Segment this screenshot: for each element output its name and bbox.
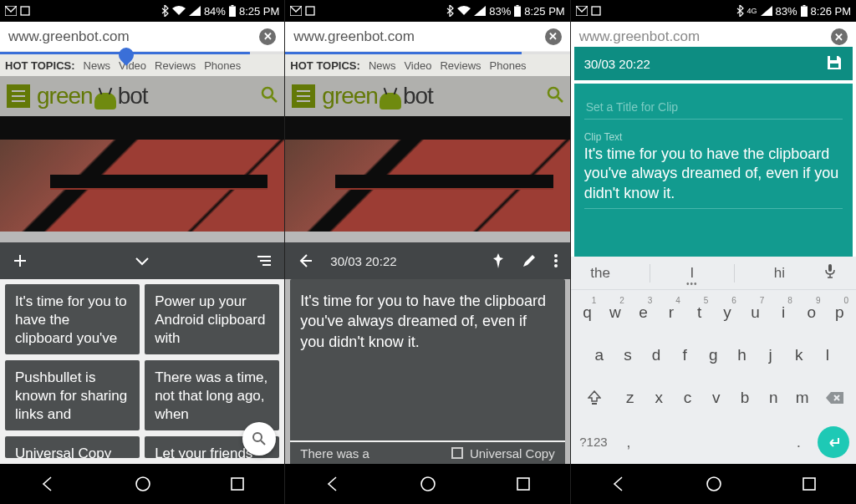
key-h[interactable]: h [728,337,755,374]
key-o[interactable]: o9 [798,294,825,331]
enter-key[interactable] [818,426,849,458]
clear-url-button[interactable]: ✕ [831,28,848,45]
clip-card[interactable]: There was a time, not that long ago, whe… [145,360,279,430]
svg-rect-30 [803,478,815,490]
bluetooth-icon [160,5,169,17]
clip-card[interactable]: Pushbullet is known for sharing links an… [5,360,140,430]
hot-topic[interactable]: Phones [204,59,241,72]
hot-topic[interactable]: News [369,59,396,72]
key-s[interactable]: s [614,337,641,374]
key-f[interactable]: f [671,337,698,374]
key-l[interactable]: l [814,337,841,374]
key-t[interactable]: t5 [686,294,713,331]
key-z[interactable]: z [616,379,645,416]
svg-line-15 [558,97,563,102]
site-header: green bot [0,76,284,116]
key-m[interactable]: m [788,379,817,416]
key-d[interactable]: d [643,337,670,374]
hot-topics-bar: HOT TOPICS: News Video Reviews Phones [0,54,284,76]
svg-rect-11 [306,7,314,15]
home-button[interactable] [419,475,437,493]
svg-rect-24 [802,5,805,7]
status-bar: 84% 8:25 PM [0,0,284,22]
key-p[interactable]: p0 [826,294,853,331]
clip-card[interactable]: Universal Copy [5,436,140,458]
edit-button[interactable] [522,253,537,268]
hot-topic[interactable]: News [84,59,111,72]
key-n[interactable]: n [759,379,787,416]
clear-url-button[interactable]: ✕ [545,28,562,45]
clip-title-input[interactable]: Set a Title for Clip [584,92,843,120]
list-menu-button[interactable] [256,255,273,267]
svg-rect-12 [514,7,521,18]
shift-key[interactable] [574,379,614,416]
key-w[interactable]: w2 [602,294,629,331]
mic-button[interactable] [824,263,836,283]
key-g[interactable]: g [700,337,726,374]
clip-card[interactable]: Power up your Android clipboard with [145,284,279,354]
battery-pct: 84% [204,5,226,18]
clip-text-input[interactable]: It's time for you to have the clipboard … [584,145,843,209]
recent-apps-button[interactable] [801,476,818,492]
recent-apps-button[interactable] [229,476,246,492]
hot-topic[interactable]: Reviews [155,59,196,72]
editor-body: Set a Title for Clip Clip Text It's time… [574,84,853,257]
wifi-icon [172,6,186,16]
checkbox[interactable] [451,447,463,459]
back-button[interactable] [38,475,57,493]
status-bar: 83% 8:25 PM [285,0,569,22]
key-x[interactable]: x [645,379,673,416]
clip-card[interactable]: It's time for you to have the clipboard … [5,284,140,354]
symbols-key[interactable]: ?123 [574,424,614,461]
key-y[interactable]: y6 [714,294,741,331]
key-c[interactable]: c [673,379,701,416]
back-button[interactable] [324,475,342,493]
key-k[interactable]: k [786,337,813,374]
article-image [285,140,569,232]
home-button[interactable] [134,475,152,493]
url-text: www.greenbot.com [8,28,259,45]
key-e[interactable]: e3 [630,294,657,331]
back-to-list-button[interactable] [297,252,313,269]
key-a[interactable]: a [586,337,613,374]
svg-point-14 [548,88,558,98]
suggestion[interactable]: the [590,265,610,282]
hot-topic[interactable]: Phones [490,59,527,72]
key-q[interactable]: q1 [574,294,601,331]
suggestion[interactable]: I••• [690,265,695,282]
clip-content[interactable]: It's time for you to have the clipboard … [290,279,564,454]
clear-url-button[interactable]: ✕ [259,28,276,45]
key-j[interactable]: j [757,337,784,374]
key-u[interactable]: u7 [742,294,769,331]
search-icon[interactable] [547,86,563,106]
url-bar[interactable]: www.greenbot.com ✕ [285,22,569,52]
period-key[interactable]: . [785,424,813,461]
lte-icon: 4G [747,7,757,15]
more-button[interactable] [553,253,558,268]
menu-button[interactable] [7,84,30,108]
pin-button[interactable] [492,253,505,268]
search-icon[interactable] [261,86,278,106]
backspace-key[interactable] [818,379,853,416]
url-text: www.greenbot.com [579,28,831,45]
screenshot-icon [305,6,315,16]
key-v[interactable]: v [702,379,731,416]
space-key[interactable] [644,424,782,461]
back-button[interactable] [609,475,628,493]
home-button[interactable] [705,475,723,493]
menu-button[interactable] [292,84,315,108]
clip-text-label: Clip Text [584,131,843,143]
add-clip-button[interactable] [12,252,28,269]
key-r[interactable]: r4 [658,294,685,331]
hot-topic[interactable]: Reviews [440,59,481,72]
expand-button[interactable] [135,256,150,266]
url-bar[interactable]: www.greenbot.com ✕ [0,22,284,52]
hot-topic[interactable]: Video [404,59,431,72]
recent-apps-button[interactable] [515,476,532,492]
key-i[interactable]: i8 [770,294,797,331]
save-button[interactable] [826,54,843,74]
svg-line-7 [261,440,265,445]
key-b[interactable]: b [731,379,759,416]
suggestion[interactable]: hi [774,265,785,282]
comma-key[interactable]: , [614,424,642,461]
